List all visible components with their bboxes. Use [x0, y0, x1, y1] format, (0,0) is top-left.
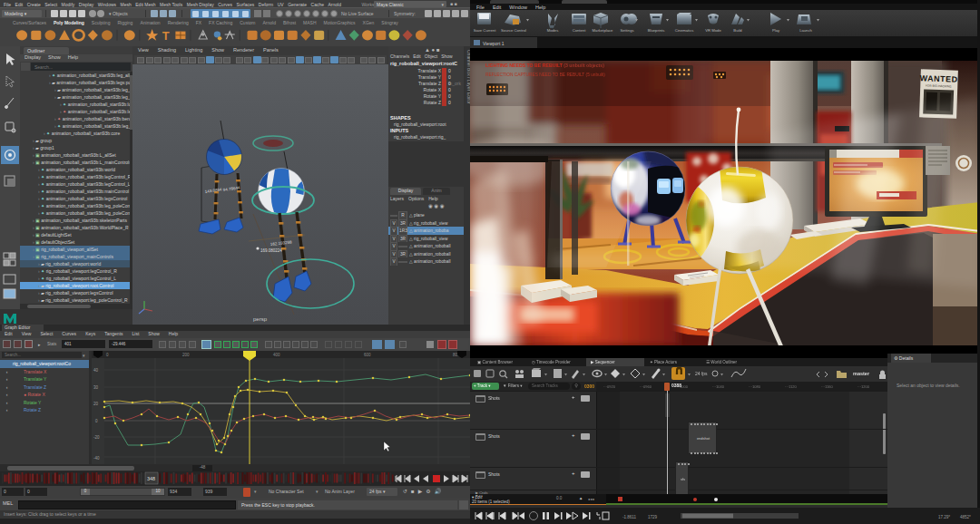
- svg-text:T: T: [162, 30, 170, 42]
- svg-text:200: 200: [182, 353, 190, 357]
- svg-text:1729: 1729: [648, 515, 658, 519]
- svg-text:persp: persp: [253, 316, 268, 322]
- svg-text:-20: -20: [93, 435, 100, 440]
- svg-text:162.193298: 162.193298: [270, 239, 293, 247]
- svg-text:4852*: 4852*: [960, 515, 971, 519]
- svg-text:WANTED: WANTED: [919, 73, 957, 83]
- svg-text:Marketplace: Marketplace: [593, 28, 613, 33]
- svg-text:Save Current: Save Current: [474, 28, 497, 33]
- svg-text:Modes: Modes: [547, 28, 559, 33]
- svg-text:master: master: [853, 371, 870, 376]
- svg-text:REFLECTION CAPTURES NEED TO BE: REFLECTION CAPTURES NEED TO BE REBUILT (…: [485, 73, 605, 77]
- svg-text:Blueprints: Blueprints: [648, 28, 665, 33]
- svg-text:17.29*: 17.29*: [938, 515, 950, 519]
- svg-text:LIGHTING NEEDS TO BE REBUILT (: LIGHTING NEEDS TO BE REBUILT (3 unbuilt …: [485, 63, 604, 68]
- svg-text:-1.8611: -1.8611: [622, 515, 636, 519]
- svg-text:Cinematics: Cinematics: [675, 28, 694, 33]
- svg-text:Build: Build: [733, 28, 742, 33]
- svg-text:24 fps: 24 fps: [695, 371, 708, 376]
- svg-text:20: 20: [93, 402, 99, 406]
- svg-text:Play: Play: [772, 28, 780, 33]
- svg-text:-40: -40: [93, 456, 100, 461]
- svg-text:169.080224: 169.080224: [260, 248, 282, 253]
- svg-text:Content: Content: [573, 28, 587, 33]
- svg-text:600: 600: [364, 353, 371, 357]
- svg-text:VR Mode: VR Mode: [705, 28, 721, 33]
- svg-text:143.0864: 143.0864: [204, 187, 222, 194]
- svg-text:Source Control: Source Control: [501, 28, 526, 33]
- svg-text:40: 40: [93, 368, 99, 373]
- svg-text:Settings: Settings: [620, 28, 633, 33]
- svg-text:348: 348: [147, 476, 155, 481]
- svg-text:Launch: Launch: [799, 28, 812, 33]
- svg-text:30: 30: [93, 385, 99, 390]
- svg-text:400: 400: [273, 353, 280, 357]
